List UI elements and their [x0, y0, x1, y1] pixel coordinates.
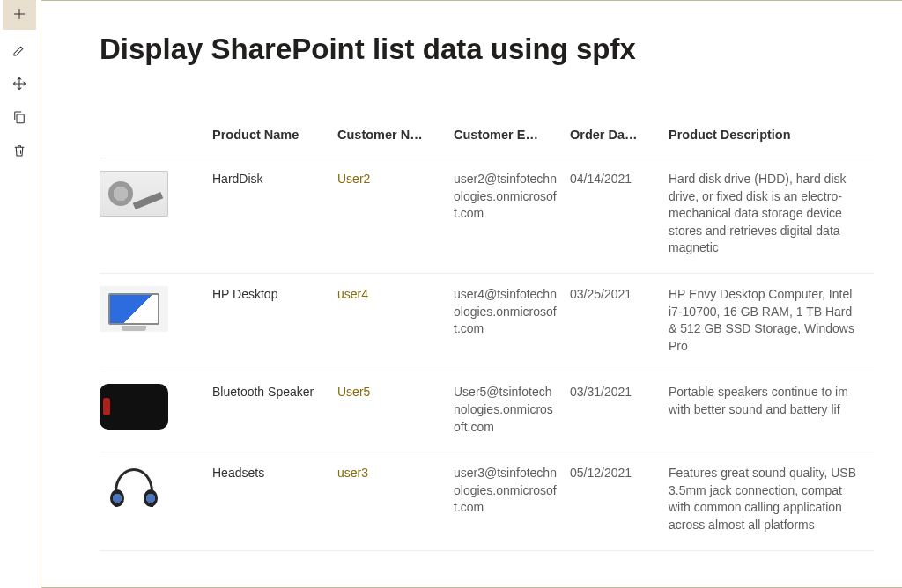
product-table: Product Name Customer N… Customer E… Ord… [100, 119, 874, 551]
trash-icon [11, 143, 27, 161]
page-canvas: Display SharePoint list data using spfx … [41, 0, 902, 588]
cell-image [100, 158, 212, 274]
cell-order-date: 04/14/2021 [570, 158, 669, 274]
move-icon [11, 76, 27, 94]
delete-button[interactable] [3, 137, 36, 165]
cell-customer-name: User5 [337, 371, 454, 452]
edit-icon [11, 42, 27, 61]
col-header-image[interactable] [100, 119, 212, 158]
cell-product-name: HP Desktop [212, 273, 337, 371]
col-header-order-date[interactable]: Order Da… [570, 119, 669, 158]
cell-order-date: 03/25/2021 [570, 273, 669, 371]
cell-customer-email: User5@tsinfotechnologies.onmicrosoft.com [454, 371, 570, 452]
cell-image [100, 371, 212, 452]
cell-product-description: Features great sound quality, USB 3.5mm … [669, 452, 874, 550]
table-row[interactable]: HardDiskUser2user2@tsinfotechnologies.on… [100, 158, 874, 274]
cell-product-name: HardDisk [212, 158, 337, 274]
customer-link[interactable]: User5 [337, 385, 370, 399]
product-image-desktop [100, 286, 168, 332]
customer-link[interactable]: user4 [337, 287, 368, 301]
product-image-speaker [100, 384, 168, 430]
cell-product-name: Bluetooth Speaker [212, 371, 337, 452]
plus-icon [11, 6, 27, 25]
cell-customer-name: user3 [337, 452, 454, 550]
page-title: Display SharePoint list data using spfx [100, 33, 874, 66]
col-header-product-description[interactable]: Product Description [669, 119, 874, 158]
svg-rect-0 [17, 114, 24, 123]
add-button[interactable] [3, 0, 36, 30]
left-toolbar [0, 0, 39, 588]
cell-customer-name: User2 [337, 158, 454, 274]
col-header-customer-email[interactable]: Customer E… [454, 119, 570, 158]
copy-button[interactable] [3, 104, 36, 132]
cell-product-description: HP Envy Desktop Computer, Intel i7-10700… [669, 273, 874, 371]
table-row[interactable]: Headsetsuser3user3@tsinfotechnologies.on… [100, 452, 874, 550]
table-header-row: Product Name Customer N… Customer E… Ord… [100, 119, 874, 158]
cell-product-name: Headsets [212, 452, 337, 550]
table-row[interactable]: HP Desktopuser4user4@tsinfotechnologies.… [100, 273, 874, 371]
cell-customer-email: user2@tsinfotechnologies.onmicrosoft.com [454, 158, 570, 274]
copy-icon [11, 109, 27, 128]
product-image-harddisk [100, 171, 168, 217]
move-button[interactable] [3, 70, 36, 99]
cell-product-description: Hard disk drive (HDD), hard disk drive, … [669, 158, 874, 274]
cell-product-description: Portable speakers continue to im with be… [669, 371, 874, 452]
table-row[interactable]: Bluetooth SpeakerUser5User5@tsinfotechno… [100, 371, 874, 452]
customer-link[interactable]: user3 [337, 466, 368, 480]
product-image-headset [100, 465, 168, 511]
cell-customer-email: user3@tsinfotechnologies.onmicrosoft.com [454, 452, 570, 550]
cell-order-date: 03/31/2021 [570, 371, 669, 452]
cell-customer-name: user4 [337, 273, 454, 371]
cell-order-date: 05/12/2021 [570, 452, 669, 550]
cell-image [100, 452, 212, 550]
cell-image [100, 273, 212, 371]
cell-customer-email: user4@tsinfotechnologies.onmicrosoft.com [454, 273, 570, 371]
customer-link[interactable]: User2 [337, 172, 370, 186]
col-header-customer-name[interactable]: Customer N… [337, 119, 454, 158]
edit-button[interactable] [3, 37, 36, 65]
col-header-product-name[interactable]: Product Name [212, 119, 337, 158]
